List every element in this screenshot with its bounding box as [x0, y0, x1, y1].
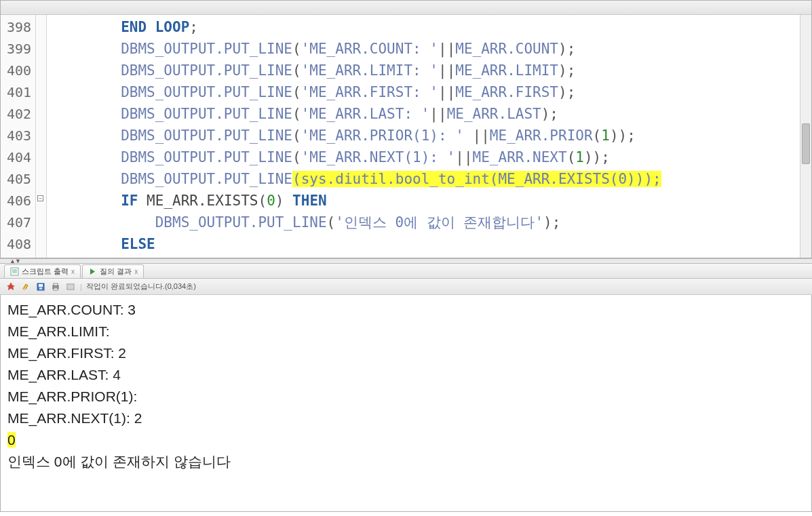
line-number: 403 — [3, 125, 31, 146]
fold-cell — [36, 123, 46, 145]
svg-rect-7 — [39, 287, 42, 290]
output-line: 0 — [7, 429, 805, 451]
fold-cell — [36, 58, 46, 80]
fold-cell — [36, 145, 46, 167]
code-text[interactable]: END LOOP; DBMS_OUTPUT.PUT_LINE('ME_ARR.C… — [47, 15, 811, 258]
line-number: 405 — [3, 168, 31, 190]
svg-rect-4 — [22, 289, 26, 290]
tab-script[interactable]: 스크립트 출력x — [4, 264, 81, 278]
save-icon[interactable] — [35, 281, 46, 292]
fold-cell — [36, 80, 46, 102]
output-line: ME_ARR.LAST: 4 — [7, 364, 805, 386]
toolbar-separator: | — [80, 283, 82, 291]
code-line[interactable]: DBMS_OUTPUT.PUT_LINE('ME_ARR.LAST: '||ME… — [52, 103, 811, 125]
code-area[interactable]: 398399400401402403404405406407408 − END … — [1, 15, 811, 258]
fold-cell — [36, 167, 46, 188]
pin-icon[interactable] — [5, 281, 16, 292]
clear-icon[interactable] — [20, 281, 31, 292]
code-editor: 398399400401402403404405406407408 − END … — [0, 0, 812, 258]
code-line[interactable]: END LOOP; — [52, 16, 811, 38]
code-line[interactable]: DBMS_OUTPUT.PUT_LINE('ME_ARR.LIMIT: '||M… — [52, 60, 811, 81]
fold-cell[interactable]: − — [36, 188, 46, 210]
close-icon[interactable]: x — [71, 268, 75, 275]
output-line: ME_ARR.FIRST: 2 — [7, 342, 805, 364]
output-toolbar: | 작업이 완료되었습니다.(0,034초) — [0, 279, 812, 295]
line-number: 398 — [3, 16, 31, 38]
fold-cell — [36, 15, 46, 37]
output-line: 인덱스 0에 값이 존재하지 않습니다 — [7, 451, 805, 473]
code-line[interactable]: DBMS_OUTPUT.PUT_LINE('ME_ARR.NEXT(1): '|… — [52, 146, 811, 168]
script-icon — [10, 267, 19, 276]
print-icon[interactable] — [50, 281, 61, 292]
line-number: 399 — [3, 38, 31, 60]
svg-rect-6 — [39, 284, 43, 287]
code-line[interactable]: ELSE — [52, 233, 811, 255]
output-line: ME_ARR.PRIOR(1): — [7, 386, 805, 408]
fold-cell — [36, 102, 46, 123]
script-output[interactable]: ME_ARR.COUNT: 3ME_ARR.LIMIT:ME_ARR.FIRST… — [0, 295, 812, 512]
vertical-scrollbar[interactable] — [800, 15, 811, 258]
fold-toggle-icon[interactable]: − — [37, 195, 43, 201]
close-icon[interactable]: x — [134, 268, 138, 275]
splitter-handle[interactable]: ▲▼ — [0, 258, 812, 264]
line-number: 402 — [3, 103, 31, 125]
line-number: 407 — [3, 212, 31, 233]
line-number: 408 — [3, 233, 31, 255]
output-line: ME_ARR.NEXT(1): 2 — [7, 408, 805, 429]
code-line[interactable]: IF ME_ARR.EXISTS(0) THEN — [52, 190, 811, 212]
play-icon — [88, 267, 97, 276]
tab-label: 질의 결과 — [100, 266, 132, 277]
fold-column[interactable]: − — [36, 15, 47, 258]
splitter-arrows-icon: ▲▼ — [9, 258, 20, 264]
fold-cell — [36, 232, 46, 254]
code-line[interactable]: DBMS_OUTPUT.PUT_LINE('ME_ARR.COUNT: '||M… — [52, 38, 811, 60]
code-line[interactable]: DBMS_OUTPUT.PUT_LINE('ME_ARR.PRIOR(1): '… — [52, 125, 811, 146]
tab-label: 스크립트 출력 — [22, 266, 69, 277]
line-number: 400 — [3, 60, 31, 81]
buffer-icon[interactable] — [65, 281, 76, 292]
line-number: 401 — [3, 81, 31, 103]
result-tabs: 스크립트 출력x질의 결과x — [0, 264, 812, 279]
fold-cell — [36, 210, 46, 232]
code-line[interactable]: DBMS_OUTPUT.PUT_LINE(sys.diutil.bool_to_… — [52, 168, 811, 190]
output-line: ME_ARR.COUNT: 3 — [7, 299, 805, 321]
scrollbar-thumb[interactable] — [802, 123, 810, 164]
svg-rect-10 — [54, 288, 58, 290]
status-text: 작업이 완료되었습니다.(0,034초) — [86, 281, 196, 292]
code-line[interactable]: DBMS_OUTPUT.PUT_LINE('ME_ARR.FIRST: '||M… — [52, 81, 811, 103]
tab-play[interactable]: 질의 결과x — [82, 264, 144, 278]
line-number: 406 — [3, 190, 31, 212]
code-line[interactable]: DBMS_OUTPUT.PUT_LINE('인덱스 0에 값이 존재합니다'); — [52, 212, 811, 233]
line-number-gutter: 398399400401402403404405406407408 — [1, 15, 36, 258]
svg-rect-9 — [54, 283, 58, 285]
output-line: ME_ARR.LIMIT: — [7, 321, 805, 342]
line-number: 404 — [3, 146, 31, 168]
editor-header — [1, 1, 811, 15]
fold-cell — [36, 37, 46, 58]
